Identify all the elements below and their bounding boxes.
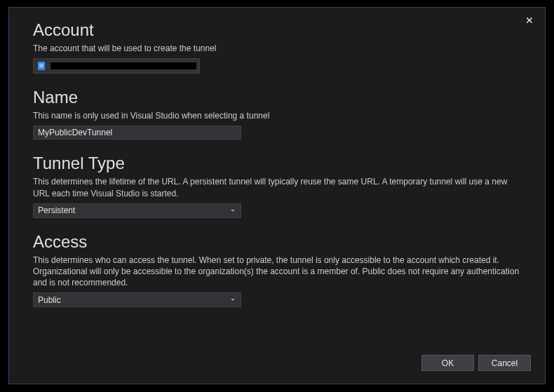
cancel-button[interactable]: Cancel [478,355,531,371]
account-icon [36,61,46,71]
account-desc: The account that will be used to create … [33,43,524,54]
close-icon: ✕ [525,15,534,26]
tunnel-type-title: Tunnel Type [33,154,524,173]
ok-button[interactable]: OK [421,355,474,371]
close-button[interactable]: ✕ [520,12,539,29]
account-title: Account [33,20,524,40]
account-value-redacted [50,62,196,69]
access-value: Public [38,295,61,305]
tunnel-type-value: Persistent [38,205,75,215]
svg-rect-3 [39,67,43,67]
tunnel-type-dropdown[interactable]: Persistent [33,203,241,218]
access-desc: This determines who can access the tunne… [33,255,524,289]
tunnel-type-section: Tunnel Type This determines the lifetime… [33,154,524,217]
account-selector[interactable] [33,58,200,74]
chevron-down-icon [231,299,235,301]
svg-rect-2 [39,65,43,66]
access-dropdown[interactable]: Public [33,292,241,307]
name-desc: This name is only used in Visual Studio … [33,110,524,121]
tunnel-name-input[interactable] [33,126,241,140]
create-tunnel-dialog: ✕ Account The account that will be used … [8,7,546,384]
name-title: Name [33,88,524,107]
chevron-down-icon [231,210,235,212]
tunnel-type-desc: This determines the lifetime of the URL.… [33,176,524,198]
access-title: Access [33,232,524,252]
access-section: Access This determines who can access th… [33,232,524,308]
svg-rect-1 [39,64,43,65]
name-section: Name This name is only used in Visual St… [33,88,524,140]
dialog-footer: OK Cancel [421,355,531,371]
account-section: Account The account that will be used to… [33,20,524,74]
